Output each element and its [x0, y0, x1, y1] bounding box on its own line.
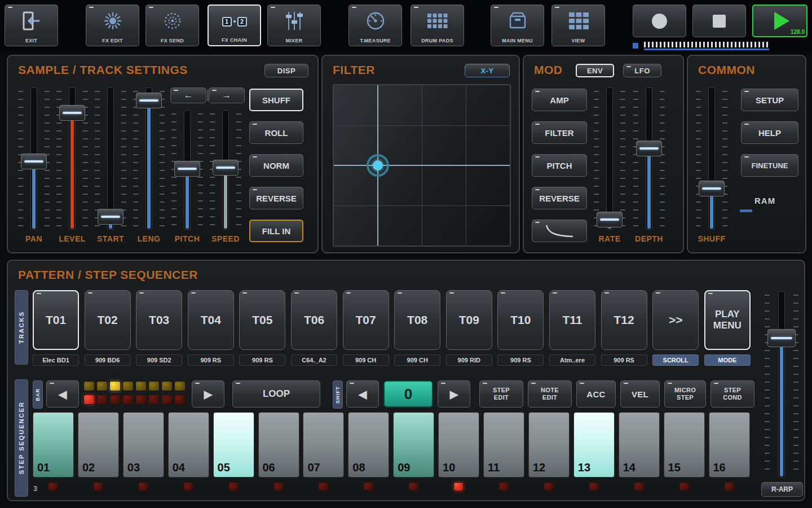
loop-button[interactable]: LOOP — [232, 380, 320, 408]
track-sample-label: 909 SD2 — [136, 354, 182, 366]
stop-button[interactable] — [692, 5, 746, 37]
bar-next-button[interactable]: ▶ — [192, 380, 224, 408]
fill-in-button[interactable]: FILL IN — [249, 220, 303, 242]
common-shuff-slider[interactable] — [696, 87, 727, 230]
mod-amp-button[interactable]: AMP — [532, 89, 587, 111]
play-button[interactable]: 128.0 — [752, 5, 807, 37]
drum-pads-button[interactable]: DRUM PADS — [411, 5, 464, 46]
bar-prev-button[interactable]: ◀ — [46, 380, 79, 408]
sample-prev-button[interactable]: ← — [170, 87, 206, 103]
xy-pad[interactable] — [333, 84, 511, 247]
step-pad-10[interactable]: 10 — [438, 412, 479, 478]
xy-mode-button[interactable]: X-Y — [465, 64, 510, 77]
sample-next-button[interactable]: → — [209, 87, 245, 103]
norm-button[interactable]: NORM — [249, 154, 303, 177]
exit-button[interactable]: EXIT — [5, 5, 58, 46]
disp-button[interactable]: DISP — [264, 64, 308, 77]
slider-thumb[interactable] — [21, 154, 47, 169]
track-button-t08[interactable]: T08 — [394, 290, 440, 350]
step-pad-14[interactable]: 14 — [619, 412, 660, 478]
track-button->>[interactable]: >> — [652, 290, 699, 350]
track-button-t10[interactable]: T10 — [497, 290, 544, 350]
slider-thumb[interactable] — [136, 93, 162, 108]
mod-env-shape-button[interactable] — [532, 220, 587, 242]
step-pad-04[interactable]: 04 — [168, 412, 209, 478]
mod-reverse-button[interactable]: REVERSE — [532, 187, 587, 209]
step-edit-button[interactable]: STEPEDIT — [479, 380, 523, 408]
fx-chain-button[interactable]: 12 FX CHAIN — [208, 5, 261, 46]
start-slider[interactable] — [95, 87, 126, 230]
track-button-t04[interactable]: T04 — [188, 290, 234, 350]
track-button-t02[interactable]: T02 — [85, 290, 131, 350]
speed-slider[interactable] — [210, 110, 241, 230]
track-button-t11[interactable]: T11 — [549, 290, 595, 350]
pitch-slider[interactable] — [171, 110, 203, 230]
mod-pitch-button[interactable]: PITCH — [532, 154, 587, 177]
step-pad-06[interactable]: 06 — [258, 412, 299, 478]
track-button-t09[interactable]: T09 — [446, 290, 492, 350]
xy-ball[interactable] — [367, 154, 389, 177]
main-menu-button[interactable]: MAIN MENU — [491, 5, 544, 46]
lfo-button[interactable]: LFO — [623, 64, 661, 77]
view-icon — [552, 8, 604, 34]
step-pad-15[interactable]: 15 — [664, 412, 705, 478]
track-button-t12[interactable]: T12 — [601, 290, 647, 350]
track-button-t03[interactable]: T03 — [136, 290, 182, 350]
shuff-button[interactable]: SHUFF — [249, 89, 303, 111]
slider-thumb[interactable] — [767, 329, 796, 347]
step-pad-01[interactable]: 01 — [33, 412, 74, 478]
depth-slider[interactable] — [633, 87, 665, 230]
slider-thumb[interactable] — [597, 212, 623, 227]
setup-button[interactable]: SETUP — [741, 89, 798, 111]
slider-thumb[interactable] — [636, 141, 662, 156]
step-pad-08[interactable]: 08 — [348, 412, 389, 478]
fx-send-button[interactable]: FX SEND — [145, 5, 199, 46]
track-button-t07[interactable]: T07 — [343, 290, 389, 350]
level-slider[interactable] — [56, 87, 88, 230]
step-pad-07[interactable]: 07 — [303, 412, 344, 478]
roll-button[interactable]: ROLL — [249, 121, 303, 144]
step-cond-button[interactable]: STEPCOND — [710, 380, 754, 408]
view-button[interactable]: VIEW — [551, 5, 605, 46]
reverse-button[interactable]: REVERSE — [249, 187, 303, 209]
step-pad-03[interactable]: 03 — [123, 412, 164, 478]
shift-prev-button[interactable]: ◀ — [346, 380, 379, 408]
micro-step-button[interactable]: MICROSTEP — [664, 380, 706, 408]
song-position-strip[interactable] — [633, 41, 809, 51]
pan-slider[interactable] — [18, 87, 50, 230]
track-button-t01[interactable]: T01 — [33, 290, 79, 350]
step-pad-02[interactable]: 02 — [78, 412, 119, 478]
acc-button[interactable]: ACC — [576, 380, 616, 408]
track-button-t06[interactable]: T06 — [291, 290, 337, 350]
step-pad-13[interactable]: 13 — [573, 412, 615, 478]
record-button[interactable] — [633, 5, 686, 37]
slider-thumb[interactable] — [98, 209, 123, 225]
step-pad-16[interactable]: 16 — [709, 412, 750, 478]
note-edit-button[interactable]: NOTEEDIT — [528, 380, 572, 408]
env-button[interactable]: ENV — [576, 64, 614, 77]
step-number: 10 — [443, 461, 455, 474]
step-pad-05[interactable]: 05 — [213, 412, 254, 478]
track-button-play-menu[interactable]: PLAY MENU — [704, 290, 751, 350]
track-button-t05[interactable]: T05 — [239, 290, 285, 350]
ram-label: RAM — [754, 196, 775, 205]
slider-thumb[interactable] — [213, 160, 239, 176]
rate-slider[interactable] — [594, 87, 625, 230]
step-pad-09[interactable]: 09 — [393, 412, 434, 478]
slider-thumb[interactable] — [59, 105, 85, 121]
fx-edit-button[interactable]: FX EDIT — [86, 5, 139, 46]
finetune-button[interactable]: FINETUNE — [741, 154, 798, 177]
slider-thumb[interactable] — [174, 161, 200, 177]
pattern-level-slider[interactable] — [765, 291, 798, 478]
t-measure-button[interactable]: T.MEASURE — [348, 5, 402, 46]
mod-filter-button[interactable]: FILTER — [532, 121, 587, 144]
step-pad-12[interactable]: 12 — [528, 412, 570, 478]
help-button[interactable]: HELP — [741, 121, 798, 144]
slider-thumb[interactable] — [699, 181, 725, 196]
mixer-button[interactable]: MIXER — [267, 5, 321, 46]
r-arp-button[interactable]: R-ARP — [761, 482, 803, 497]
step-pad-11[interactable]: 11 — [483, 412, 524, 478]
shift-next-button[interactable]: ▶ — [438, 380, 470, 408]
leng-slider[interactable] — [133, 87, 165, 230]
vel-button[interactable]: VEL — [620, 380, 660, 408]
